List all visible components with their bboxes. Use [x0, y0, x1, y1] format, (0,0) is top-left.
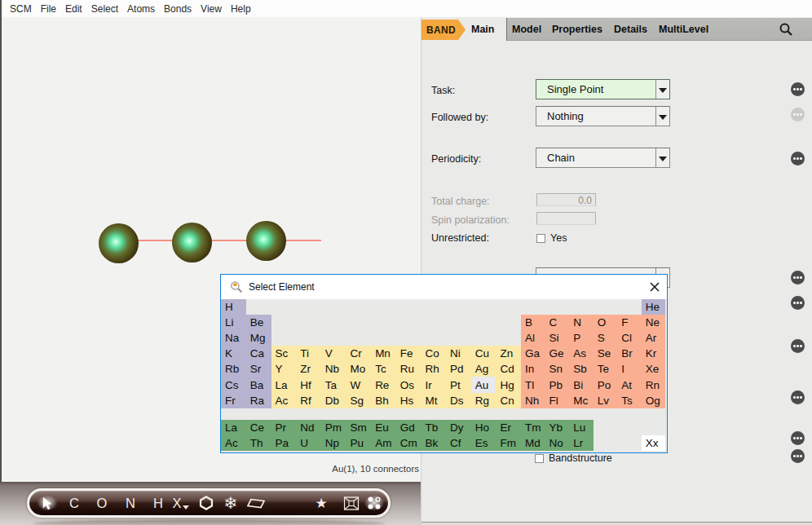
element-C[interactable]: C: [545, 315, 570, 330]
menu-item-help[interactable]: Help: [228, 3, 254, 15]
element-Hf[interactable]: Hf: [296, 377, 321, 392]
element-Dy[interactable]: Dy: [446, 420, 471, 435]
element-Rh[interactable]: Rh: [421, 361, 446, 377]
tab-details[interactable]: Details: [614, 18, 647, 41]
element-Lv[interactable]: Lv: [594, 393, 618, 408]
element-Ca[interactable]: Ca: [246, 346, 271, 361]
element-Ar[interactable]: Ar: [642, 330, 666, 346]
element-Mg[interactable]: Mg: [246, 330, 271, 346]
element-Lu[interactable]: Lu: [569, 420, 594, 435]
element-N[interactable]: N: [569, 315, 594, 330]
element-Fl[interactable]: Fl: [545, 393, 570, 408]
element-Md[interactable]: Md: [521, 435, 545, 451]
element-La[interactable]: La: [221, 420, 246, 435]
snowflake-icon[interactable]: ❄: [224, 491, 238, 515]
element-Gd[interactable]: Gd: [396, 420, 421, 435]
element-Tl[interactable]: Tl: [521, 377, 545, 392]
element-No[interactable]: No: [545, 435, 570, 451]
followed-by-dropdown[interactable]: Nothing: [536, 106, 670, 126]
more-options-button-hidden-2[interactable]: [791, 296, 805, 310]
element-Ga[interactable]: Ga: [521, 346, 545, 361]
element-Cl[interactable]: Cl: [617, 330, 642, 346]
element-Fr[interactable]: Fr: [221, 393, 246, 408]
cell-box-icon[interactable]: [344, 491, 360, 515]
element-Ag[interactable]: Ag: [471, 361, 496, 377]
element-Pu[interactable]: Pu: [346, 435, 371, 451]
element-Se[interactable]: Se: [594, 346, 618, 361]
atom-sphere[interactable]: [99, 223, 139, 263]
bandstructure-checkbox[interactable]: [535, 454, 544, 463]
menu-item-atoms[interactable]: Atoms: [125, 3, 157, 15]
element-U[interactable]: U: [296, 435, 321, 451]
more-options-button-hidden-5[interactable]: [791, 431, 805, 445]
element-Ba[interactable]: Ba: [246, 377, 271, 392]
element-K[interactable]: K: [221, 346, 246, 361]
element-I[interactable]: I: [617, 361, 642, 377]
element-He[interactable]: He: [642, 299, 666, 315]
menu-item-scm[interactable]: SCM: [7, 3, 34, 15]
periodicity-dropdown[interactable]: Chain: [536, 148, 670, 168]
menu-item-file[interactable]: File: [38, 3, 59, 15]
tool-h-button[interactable]: H: [153, 491, 163, 515]
element-Xe[interactable]: Xe: [642, 361, 666, 377]
element-Mt[interactable]: Mt: [421, 393, 446, 408]
element-Ti[interactable]: Ti: [296, 346, 321, 361]
element-Ta[interactable]: Ta: [321, 377, 346, 392]
element-Cs[interactable]: Cs: [221, 377, 246, 392]
element-Sn[interactable]: Sn: [545, 361, 570, 377]
element-Xx[interactable]: Xx: [642, 435, 666, 451]
element-Er[interactable]: Er: [496, 420, 521, 435]
element-Co[interactable]: Co: [421, 346, 446, 361]
element-P[interactable]: P: [569, 330, 594, 346]
element-Rb[interactable]: Rb: [221, 361, 246, 377]
element-Po[interactable]: Po: [594, 377, 618, 392]
element-Ra[interactable]: Ra: [246, 393, 271, 408]
element-As[interactable]: As: [569, 346, 594, 361]
element-Na[interactable]: Na: [221, 330, 246, 346]
unrestricted-checkbox[interactable]: [536, 234, 545, 243]
element-Ru[interactable]: Ru: [396, 361, 421, 377]
tab-multilevel[interactable]: MultiLevel: [659, 18, 708, 41]
star-icon[interactable]: ★: [315, 491, 327, 515]
element-Bi[interactable]: Bi: [569, 377, 594, 392]
element-V[interactable]: V: [321, 346, 346, 361]
element-Ac[interactable]: Ac: [271, 393, 297, 408]
element-Ho[interactable]: Ho: [471, 420, 496, 435]
tab-properties[interactable]: Properties: [552, 18, 602, 41]
menu-item-edit[interactable]: Edit: [63, 3, 85, 15]
element-Pr[interactable]: Pr: [271, 420, 297, 435]
element-Rf[interactable]: Rf: [296, 393, 321, 408]
element-W[interactable]: W: [346, 377, 371, 392]
more-options-button-hidden-1[interactable]: [791, 271, 805, 285]
tab-model[interactable]: Model: [512, 18, 541, 41]
element-Hg[interactable]: Hg: [496, 377, 521, 392]
element-Sc[interactable]: Sc: [271, 346, 297, 361]
element-Re[interactable]: Re: [371, 377, 396, 392]
element-Be[interactable]: Be: [246, 315, 271, 330]
element-Bh[interactable]: Bh: [371, 393, 396, 408]
more-options-button-followed_by[interactable]: [791, 108, 805, 121]
element-Cf[interactable]: Cf: [446, 435, 471, 451]
element-Mc[interactable]: Mc: [569, 393, 594, 408]
element-Si[interactable]: Si: [545, 330, 570, 346]
element-Th[interactable]: Th: [246, 435, 271, 451]
element-Fm[interactable]: Fm: [496, 435, 521, 451]
element-Ir[interactable]: Ir: [421, 377, 446, 392]
element-Ge[interactable]: Ge: [545, 346, 570, 361]
tool-o-button[interactable]: O: [96, 491, 107, 515]
element-Cn[interactable]: Cn: [496, 393, 521, 408]
element-Nh[interactable]: Nh: [521, 393, 545, 408]
tab-main[interactable]: Main: [471, 18, 494, 41]
element-Es[interactable]: Es: [471, 435, 496, 451]
more-options-button-hidden-3[interactable]: [791, 339, 805, 353]
element-Pt[interactable]: Pt: [446, 377, 471, 392]
tool-c-button[interactable]: C: [69, 491, 79, 515]
atom-sphere[interactable]: [172, 223, 212, 262]
element-Mo[interactable]: Mo: [346, 361, 371, 377]
element-B[interactable]: B: [521, 315, 545, 330]
element-Ce[interactable]: Ce: [246, 420, 271, 435]
element-Br[interactable]: Br: [617, 346, 642, 361]
more-options-button-periodicity[interactable]: [791, 152, 805, 165]
element-Kr[interactable]: Kr: [642, 346, 666, 361]
element-F[interactable]: F: [617, 315, 642, 330]
